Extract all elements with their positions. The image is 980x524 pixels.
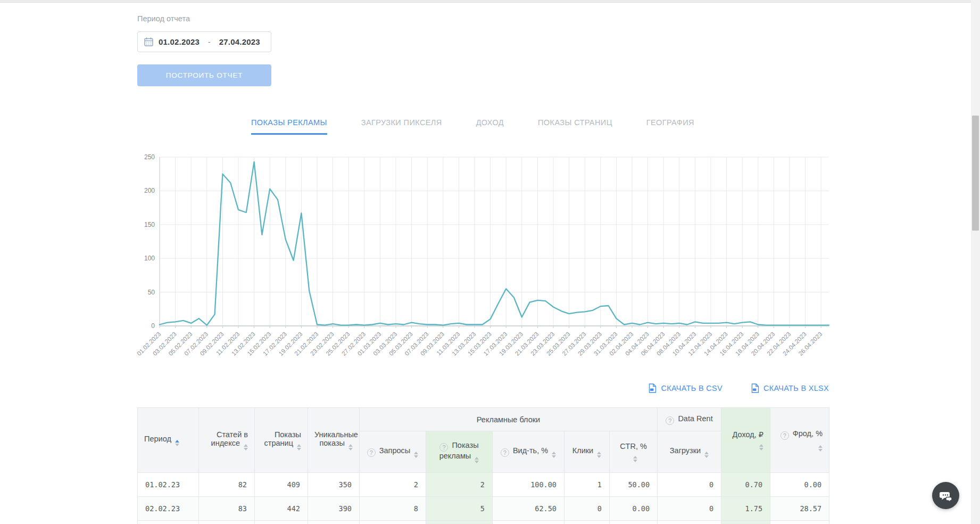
help-icon[interactable]: ?: [439, 443, 448, 452]
group-header-data-rent: ?Data Rent: [658, 408, 721, 431]
calendar-icon: [144, 37, 153, 46]
cell: 0: [658, 521, 721, 524]
cell: 316: [308, 521, 360, 524]
table-row-2: 03.02.23843543167685.7100.0002.1014.29: [138, 521, 829, 524]
cell: 442: [255, 497, 308, 521]
group-header-label: Рекламные блоки: [477, 415, 540, 424]
column-header-5[interactable]: ?Показы рекламы: [426, 431, 493, 473]
help-icon[interactable]: ?: [666, 416, 674, 425]
vertical-scrollbar[interactable]: [971, 0, 980, 524]
column-header-3[interactable]: Уникальные показы: [308, 408, 360, 473]
sort-icon[interactable]: [759, 444, 763, 451]
group-header-ad-blocks: Рекламные блоки: [360, 408, 658, 431]
download-link-label: СКАЧАТЬ В XLSX: [763, 384, 829, 392]
download-link-0[interactable]: СКАЧАТЬ В CSV: [649, 383, 722, 393]
column-header-label: Доход, ₽: [733, 430, 763, 439]
cell: 62.50: [493, 497, 564, 521]
axis-tick-label: 150: [144, 221, 155, 228]
tab-2[interactable]: ДОХОД: [476, 118, 504, 133]
sort-icon[interactable]: [297, 444, 301, 451]
sort-icon[interactable]: [818, 445, 823, 452]
report-table: ПериодСтатей в индексеПоказы страницУник…: [137, 407, 829, 524]
tab-3[interactable]: ПОКАЗЫ СТРАНИЦ: [538, 118, 612, 133]
column-header-label: Статей в индексе: [211, 430, 248, 447]
axis-tick-label: 100: [144, 255, 155, 262]
cell: 100.00: [493, 473, 564, 497]
sort-icon[interactable]: [244, 444, 248, 451]
column-header-7[interactable]: Клики: [564, 431, 610, 473]
download-link-1[interactable]: СКАЧАТЬ В XLSX: [751, 383, 829, 393]
build-report-button[interactable]: ПОСТРОИТЬ ОТЧЕТ: [137, 64, 271, 86]
cell: 0: [564, 497, 610, 521]
cell: 7: [360, 521, 426, 524]
cell: 02.02.23: [138, 497, 199, 521]
cell: 82: [199, 473, 255, 497]
line-chart-svg: 05010015020025001.02.202303.02.202305.02…: [133, 150, 843, 368]
column-header-label: Показы страниц: [264, 430, 301, 447]
help-icon[interactable]: ?: [501, 448, 509, 457]
sort-icon[interactable]: [414, 452, 418, 458]
top-divider: [0, 0, 980, 3]
chat-widget-button[interactable]: [932, 482, 959, 509]
chat-bubbles-icon: [939, 488, 953, 503]
help-icon[interactable]: ?: [367, 448, 376, 457]
cell: 0.00: [770, 473, 829, 497]
axis-tick-label: 250: [144, 153, 155, 161]
help-icon[interactable]: ?: [780, 431, 789, 440]
cell: 85.71: [493, 521, 564, 524]
cell: 0.00: [610, 497, 658, 521]
group-header-label: Data Rent: [678, 414, 712, 423]
cell: 409: [255, 473, 308, 497]
sort-icon[interactable]: [704, 452, 709, 458]
table-row-0: 01.02.238240935022100.00150.0000.700.00: [138, 473, 829, 497]
column-header-0[interactable]: Период: [138, 408, 199, 473]
cell: 0.00: [610, 521, 658, 524]
date-to-value[interactable]: 27.04.2023: [219, 37, 260, 46]
axis-tick-label: 0: [151, 322, 155, 330]
date-from-value[interactable]: 01.02.2023: [159, 37, 200, 46]
axis-tick-label: 50: [148, 289, 155, 296]
sort-icon[interactable]: [633, 456, 637, 462]
column-header-11[interactable]: ?Фрод, %: [770, 408, 829, 473]
scrollbar-thumb[interactable]: [972, 116, 979, 231]
cell: 84: [199, 521, 255, 524]
column-header-10[interactable]: Доход, ₽: [721, 408, 770, 473]
sort-icon[interactable]: [552, 452, 556, 458]
report-period-label: Период отчета: [137, 14, 190, 23]
date-range-separator: -: [208, 38, 211, 46]
chart-data-line: [160, 162, 829, 325]
sort-icon[interactable]: [348, 444, 353, 451]
sort-icon[interactable]: [175, 440, 179, 446]
tab-1[interactable]: ЗАГРУЗКИ ПИКСЕЛЯ: [361, 118, 442, 133]
column-header-6[interactable]: ?Вид-ть, %: [493, 431, 564, 473]
file-icon: [751, 383, 759, 393]
column-header-1[interactable]: Статей в индексе: [199, 408, 255, 473]
column-header-8[interactable]: CTR, %: [610, 431, 658, 473]
date-range-input[interactable]: 01.02.2023 - 27.04.2023: [137, 31, 271, 52]
cell: 0: [658, 473, 721, 497]
column-header-4[interactable]: ?Запросы: [360, 431, 426, 473]
cell: 14.29: [770, 521, 829, 524]
column-header-label: Загрузки: [670, 446, 701, 455]
cell: 6: [426, 521, 493, 524]
axis-tick-label: 200: [144, 187, 155, 194]
tab-4[interactable]: ГЕОГРАФИЯ: [646, 118, 694, 133]
file-icon: [649, 383, 657, 393]
table-row-1: 02.02.23834423908562.5000.0001.7528.57: [138, 497, 829, 521]
column-header-9[interactable]: Загрузки: [658, 431, 721, 473]
column-header-label: Запросы: [379, 446, 410, 455]
cell: 0.70: [721, 473, 770, 497]
cell: 1: [564, 473, 610, 497]
cell: 28.57: [770, 497, 829, 521]
cell: 390: [308, 497, 360, 521]
column-header-2[interactable]: Показы страниц: [255, 408, 308, 473]
cell: 83: [199, 497, 255, 521]
sort-icon[interactable]: [597, 452, 601, 458]
cell: 03.02.23: [138, 521, 199, 524]
tab-0[interactable]: ПОКАЗЫ РЕКЛАМЫ: [251, 118, 327, 135]
column-header-label: Фрод, %: [793, 429, 823, 438]
sort-icon[interactable]: [475, 457, 479, 463]
cell: 2: [426, 473, 493, 497]
column-header-label: CTR, %: [620, 442, 647, 451]
cell: 1.75: [721, 497, 770, 521]
